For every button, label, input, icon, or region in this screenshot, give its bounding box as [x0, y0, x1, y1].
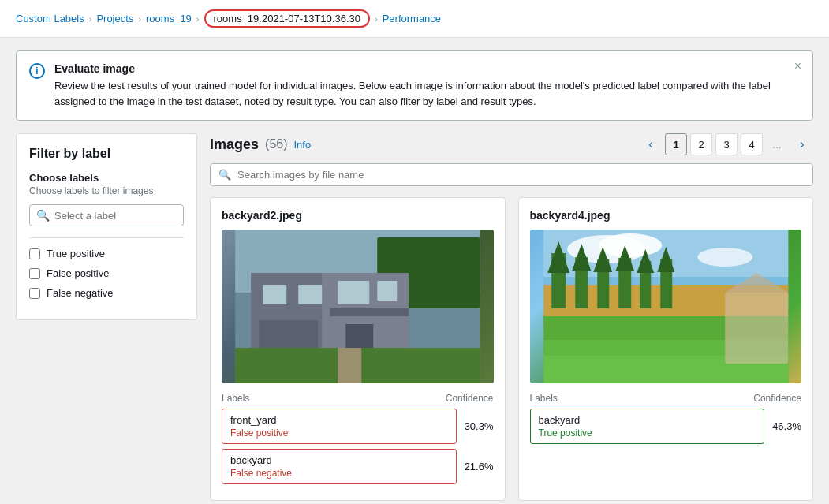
page-3-button[interactable]: 3: [715, 133, 738, 155]
image-card-1-title: backyard2.jpeg: [222, 209, 494, 222]
checkbox-false-positive[interactable]: [29, 268, 40, 279]
breadcrumb: Custom Labels › Projects › rooms_19 › ro…: [0, 0, 829, 38]
image-card-2-photo: [530, 230, 802, 383]
images-title: Images: [210, 136, 259, 153]
svg-rect-5: [263, 285, 286, 304]
image-card-2-labels-header: Labels Confidence: [530, 393, 802, 404]
checkbox-false-negative[interactable]: [29, 288, 40, 299]
search-icon: 🔍: [218, 169, 231, 181]
images-title-row: Images (56) Info: [210, 136, 311, 153]
filter-false-positive[interactable]: False positive: [29, 267, 184, 279]
label-type-front-yard: False positive: [230, 427, 448, 439]
search-bar[interactable]: 🔍: [210, 163, 813, 186]
svg-point-17: [599, 233, 662, 257]
breadcrumb-projects[interactable]: Projects: [96, 13, 133, 24]
filter-false-negative[interactable]: False negative: [29, 287, 184, 299]
banner-text: Review the test results of your trained …: [54, 78, 800, 109]
filter-subtitle2: Choose labels to filter images: [29, 185, 184, 196]
svg-rect-10: [330, 308, 409, 316]
breadcrumb-performance[interactable]: Performance: [383, 13, 441, 24]
banner-title: Evaluate image: [54, 62, 800, 75]
svg-point-18: [697, 248, 752, 267]
prev-page-button[interactable]: ‹: [640, 133, 662, 155]
label-row-front-yard: front_yard False positive 30.3%: [222, 409, 494, 444]
svg-rect-8: [377, 281, 397, 301]
label-name-front-yard: front_yard: [230, 414, 448, 426]
label-type-backyard4: True positive: [539, 427, 756, 439]
images-section: Images (56) Info ‹ 1 2 3 4 ... › 🔍 backy…: [210, 133, 813, 501]
filter-divider: [29, 237, 184, 238]
false-positive-label: False positive: [47, 267, 109, 279]
image-card-1-photo: [222, 230, 494, 383]
filter-search-input[interactable]: [54, 210, 177, 222]
label-box-backyard4: backyard True positive: [530, 409, 765, 444]
label-row-backyard4: backyard True positive 46.3%: [530, 409, 802, 444]
confidence-backyard4: 46.3%: [772, 420, 801, 432]
page-2-button[interactable]: 2: [690, 133, 712, 155]
confidence-front-yard: 30.3%: [465, 420, 494, 432]
confidence-col-header-2: Confidence: [753, 393, 801, 404]
true-positive-label: True positive: [47, 248, 105, 259]
images-info-link[interactable]: Info: [294, 139, 312, 151]
breadcrumb-sep-1: ›: [89, 14, 92, 24]
labels-col-header-2: Labels: [530, 393, 558, 404]
filter-true-positive[interactable]: True positive: [29, 248, 184, 259]
next-page-button[interactable]: ›: [791, 133, 813, 155]
label-row-backyard: backyard False negative 21.6%: [222, 449, 494, 484]
label-box-front-yard: front_yard False positive: [222, 409, 457, 444]
images-grid: backyard2.jpeg: [210, 197, 813, 501]
images-header: Images (56) Info ‹ 1 2 3 4 ... ›: [210, 133, 813, 155]
label-name-backyard: backyard: [230, 454, 448, 466]
images-count: (56): [265, 137, 287, 151]
confidence-col-header: Confidence: [446, 393, 494, 404]
breadcrumb-rooms19[interactable]: rooms_19: [146, 13, 192, 24]
svg-rect-7: [338, 281, 369, 304]
confidence-backyard: 21.6%: [465, 461, 494, 472]
filter-subtitle: Choose labels: [29, 172, 184, 184]
breadcrumb-sep-2: ›: [138, 14, 141, 24]
image-card-1-labels-header: Labels Confidence: [222, 393, 494, 404]
svg-rect-35: [725, 293, 788, 364]
labels-col-header: Labels: [222, 393, 249, 404]
info-banner: i Evaluate image Review the test results…: [16, 50, 813, 121]
breadcrumb-custom-labels[interactable]: Custom Labels: [16, 13, 84, 24]
page-dots: ...: [766, 133, 788, 155]
search-input[interactable]: [237, 169, 805, 181]
breadcrumb-current[interactable]: rooms_19.2021-07-13T10.36.30: [204, 9, 370, 28]
svg-rect-6: [298, 285, 322, 304]
filter-search-icon: 🔍: [36, 209, 50, 222]
image-card-1: backyard2.jpeg: [210, 197, 506, 501]
checkbox-true-positive[interactable]: [29, 248, 40, 259]
main-layout: Filter by label Choose labels Choose lab…: [0, 133, 829, 504]
svg-rect-13: [338, 348, 361, 383]
breadcrumb-sep-4: ›: [375, 14, 378, 24]
page-1-button[interactable]: 1: [665, 133, 687, 155]
breadcrumb-sep-3: ›: [196, 14, 200, 24]
close-icon[interactable]: ×: [794, 59, 801, 73]
label-box-backyard: backyard False negative: [222, 449, 457, 484]
image-card-2-title: backyard4.jpeg: [530, 209, 802, 222]
page-4-button[interactable]: 4: [741, 133, 763, 155]
pagination: ‹ 1 2 3 4 ... ›: [640, 133, 813, 155]
filter-panel: Filter by label Choose labels Choose lab…: [16, 133, 197, 320]
label-name-backyard4: backyard: [539, 414, 756, 426]
filter-search-box[interactable]: 🔍: [29, 204, 184, 226]
banner-content: Evaluate image Review the test results o…: [54, 62, 800, 109]
false-negative-label: False negative: [47, 287, 114, 299]
label-type-backyard: False negative: [230, 468, 448, 479]
filter-title: Filter by label: [29, 147, 184, 161]
image-card-2: backyard4.jpeg: [518, 197, 814, 501]
info-icon: i: [29, 63, 45, 79]
